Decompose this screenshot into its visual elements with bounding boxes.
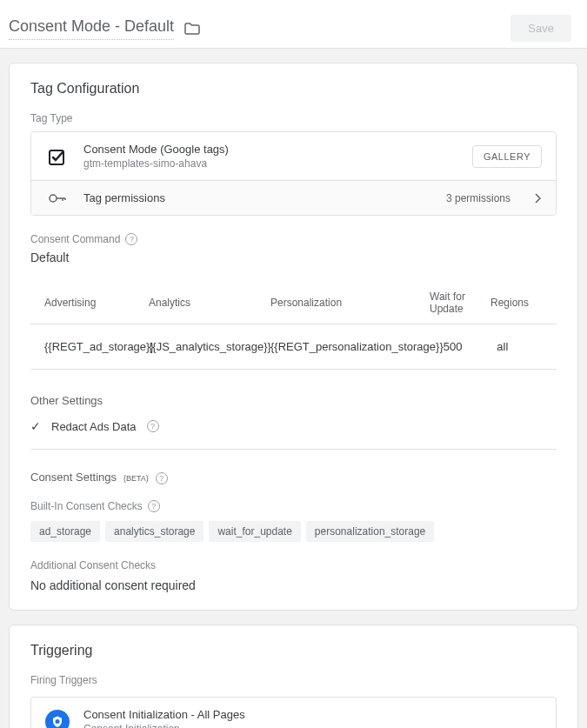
help-icon[interactable]: ? — [148, 500, 160, 512]
consent-settings-header: Consent Settings (BETA) ? — [30, 471, 557, 484]
title-wrap: Consent Mode - Default — [9, 17, 200, 40]
svg-point-2 — [56, 719, 60, 724]
beta-badge: (BETA) — [123, 474, 149, 483]
key-icon — [45, 193, 70, 204]
col-analytics: Analytics — [149, 297, 270, 309]
trigger-row[interactable]: Consent Initialization - All Pages Conse… — [30, 697, 557, 728]
page-title[interactable]: Consent Mode - Default — [9, 17, 174, 40]
chevron-right-icon — [535, 193, 542, 204]
triggering-card: Triggering Firing Triggers Consent Initi… — [9, 624, 578, 728]
consent-command-label-row: Consent Command ? — [30, 233, 557, 245]
col-advertising: Advertising — [44, 297, 149, 309]
consent-chips: ad_storageanalytics_storagewait_for_upda… — [30, 521, 557, 542]
help-icon[interactable]: ? — [125, 233, 137, 245]
triggering-title: Triggering — [30, 643, 557, 658]
permissions-count: 3 permissions — [446, 192, 510, 204]
svg-point-1 — [50, 195, 57, 202]
table-row[interactable]: {{REGT_ad_storage}} {{JS_analytics_stora… — [30, 324, 557, 370]
consent-command-label: Consent Command — [30, 233, 120, 245]
consent-chip: analytics_storage — [105, 521, 203, 542]
help-icon[interactable]: ? — [156, 472, 168, 484]
tag-type-row[interactable]: Consent Mode (Google tags) gtm-templates… — [31, 132, 556, 181]
col-wait: Wait for Update — [430, 291, 490, 315]
checkbox-icon — [45, 147, 70, 166]
page-header: Consent Mode - Default Save — [0, 0, 587, 49]
tag-name: Consent Mode (Google tags) — [83, 143, 458, 156]
trigger-type: Consent Initialization — [83, 723, 245, 728]
trigger-name: Consent Initialization - All Pages — [83, 708, 245, 721]
redact-row: ✓ Redact Ads Data ? — [30, 419, 557, 450]
additional-checks-value: No additional consent required — [30, 578, 557, 592]
cell-analytics: {{JS_analytics_storage}} — [149, 340, 270, 353]
redact-label: Redact Ads Data — [51, 420, 137, 433]
save-button[interactable]: Save — [510, 15, 571, 42]
help-icon[interactable]: ? — [147, 420, 159, 432]
consent-chip: personalization_storage — [306, 521, 434, 542]
folder-icon[interactable] — [184, 23, 200, 35]
builtin-label-row: Built-In Consent Checks ? — [30, 500, 557, 512]
consent-chip: wait_for_update — [209, 521, 300, 542]
cell-personalization: {{REGT_personalization_storage}} — [270, 340, 444, 353]
other-settings-label: Other Settings — [30, 394, 557, 407]
tag-info: Consent Mode (Google tags) gtm-templates… — [83, 143, 458, 170]
settings-table: Advertising Analytics Personalization Wa… — [30, 282, 557, 370]
firing-triggers-label: Firing Triggers — [30, 674, 557, 686]
check-icon: ✓ — [30, 419, 41, 433]
consent-init-icon — [45, 710, 70, 729]
additional-checks-label: Additional Consent Checks — [30, 559, 557, 571]
table-header: Advertising Analytics Personalization Wa… — [30, 282, 557, 324]
cell-regions: all — [497, 340, 543, 353]
consent-command-value: Default — [30, 250, 557, 264]
tag-subtitle: gtm-templates-simo-ahava — [83, 157, 458, 170]
builtin-checks-label: Built-In Consent Checks — [30, 500, 143, 512]
permissions-label: Tag permissions — [83, 191, 432, 204]
consent-chip: ad_storage — [30, 521, 100, 542]
tag-type-label: Tag Type — [30, 112, 557, 124]
cell-advertising: {{REGT_ad_storage}} — [44, 340, 149, 353]
tag-type-box: Consent Mode (Google tags) gtm-templates… — [30, 131, 557, 216]
col-personalization: Personalization — [270, 297, 430, 309]
col-regions: Regions — [490, 297, 543, 309]
tag-config-title: Tag Configuration — [30, 81, 557, 97]
tag-configuration-card: Tag Configuration Tag Type Consent Mode … — [9, 63, 578, 611]
consent-settings-label: Consent Settings — [30, 471, 117, 484]
cell-wait: 500 — [444, 340, 497, 353]
trigger-info: Consent Initialization - All Pages Conse… — [83, 708, 245, 728]
tag-permissions-row[interactable]: Tag permissions 3 permissions — [31, 181, 556, 215]
gallery-button[interactable]: GALLERY — [472, 145, 542, 168]
